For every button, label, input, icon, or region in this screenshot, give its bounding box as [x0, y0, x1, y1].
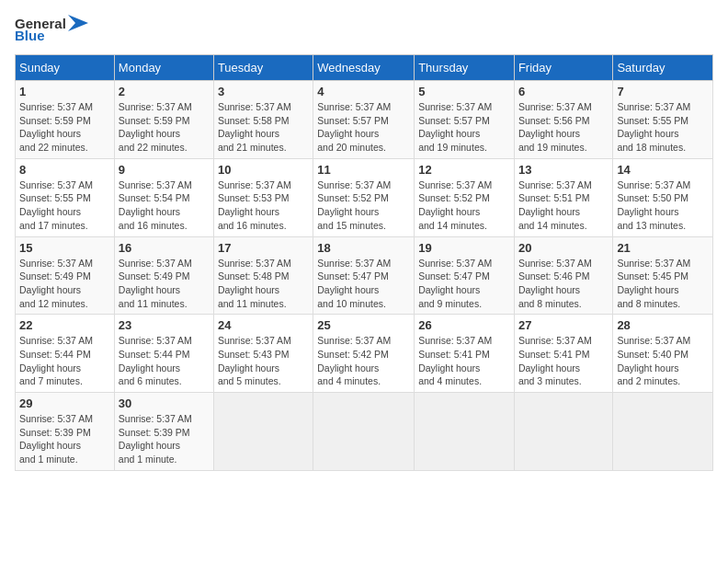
calendar-cell: 27 Sunrise: 5:37 AMSunset: 5:41 PMDaylig…: [514, 315, 612, 393]
day-info: Sunrise: 5:37 AMSunset: 5:49 PMDaylight …: [119, 257, 210, 311]
day-info: Sunrise: 5:37 AMSunset: 5:39 PMDaylight …: [19, 412, 110, 466]
day-number: 12: [418, 163, 510, 177]
weekday-header-thursday: Thursday: [415, 55, 515, 81]
day-info: Sunrise: 5:37 AMSunset: 5:47 PMDaylight …: [418, 257, 510, 311]
day-info: Sunrise: 5:37 AMSunset: 5:56 PMDaylight …: [518, 100, 609, 155]
day-info: Sunrise: 5:37 AMSunset: 5:41 PMDaylight …: [418, 334, 510, 388]
day-info: Sunrise: 5:37 AMSunset: 5:42 PMDaylight …: [317, 334, 410, 388]
calendar-cell: 9 Sunrise: 5:37 AMSunset: 5:54 PMDayligh…: [114, 158, 213, 236]
calendar-cell: 21 Sunrise: 5:37 AMSunset: 5:45 PMDaylig…: [613, 236, 713, 315]
day-number: 30: [119, 396, 210, 410]
day-number: 10: [218, 163, 309, 177]
day-info: Sunrise: 5:37 AMSunset: 5:59 PMDaylight …: [19, 100, 110, 155]
calendar-cell: 22 Sunrise: 5:37 AMSunset: 5:44 PMDaylig…: [16, 315, 115, 393]
calendar-week-4: 22 Sunrise: 5:37 AMSunset: 5:44 PMDaylig…: [16, 315, 713, 393]
calendar-cell: 14 Sunrise: 5:37 AMSunset: 5:50 PMDaylig…: [613, 158, 713, 236]
day-info: Sunrise: 5:37 AMSunset: 5:40 PMDaylight …: [617, 334, 709, 388]
day-info: Sunrise: 5:37 AMSunset: 5:43 PMDaylight …: [218, 334, 309, 388]
day-info: Sunrise: 5:37 AMSunset: 5:39 PMDaylight …: [119, 412, 210, 466]
day-info: Sunrise: 5:37 AMSunset: 5:55 PMDaylight …: [19, 178, 110, 233]
day-info: Sunrise: 5:37 AMSunset: 5:50 PMDaylight …: [617, 178, 709, 233]
day-info: Sunrise: 5:37 AMSunset: 5:57 PMDaylight …: [317, 100, 410, 155]
calendar-cell: 20 Sunrise: 5:37 AMSunset: 5:46 PMDaylig…: [514, 236, 612, 315]
calendar-cell: 8 Sunrise: 5:37 AMSunset: 5:55 PMDayligh…: [16, 158, 115, 236]
weekday-header-sunday: Sunday: [16, 55, 115, 81]
day-info: Sunrise: 5:37 AMSunset: 5:48 PMDaylight …: [218, 257, 309, 311]
day-info: Sunrise: 5:37 AMSunset: 5:44 PMDaylight …: [119, 334, 210, 388]
day-number: 6: [518, 85, 609, 98]
calendar-cell: 18 Sunrise: 5:37 AMSunset: 5:47 PMDaylig…: [313, 236, 415, 315]
calendar-header-row: SundayMondayTuesdayWednesdayThursdayFrid…: [16, 55, 713, 81]
day-number: 18: [317, 241, 410, 255]
weekday-header-wednesday: Wednesday: [313, 55, 415, 81]
calendar-cell: 1 Sunrise: 5:37 AMSunset: 5:59 PMDayligh…: [16, 81, 115, 159]
day-info: Sunrise: 5:37 AMSunset: 5:45 PMDaylight …: [617, 257, 709, 311]
day-number: 22: [19, 318, 110, 332]
day-number: 1: [19, 85, 110, 98]
calendar-week-1: 1 Sunrise: 5:37 AMSunset: 5:59 PMDayligh…: [16, 81, 713, 159]
day-info: Sunrise: 5:37 AMSunset: 5:47 PMDaylight …: [317, 257, 410, 311]
day-info: Sunrise: 5:37 AMSunset: 5:59 PMDaylight …: [119, 100, 210, 155]
weekday-header-monday: Monday: [114, 55, 213, 81]
calendar-cell: 25 Sunrise: 5:37 AMSunset: 5:42 PMDaylig…: [313, 315, 415, 393]
calendar-cell: 10 Sunrise: 5:37 AMSunset: 5:53 PMDaylig…: [213, 158, 313, 236]
weekday-header-friday: Friday: [514, 55, 612, 81]
calendar-cell: 6 Sunrise: 5:37 AMSunset: 5:56 PMDayligh…: [514, 81, 612, 159]
calendar-cell: 12 Sunrise: 5:37 AMSunset: 5:52 PMDaylig…: [415, 158, 515, 236]
day-number: 9: [119, 163, 210, 177]
day-info: Sunrise: 5:37 AMSunset: 5:49 PMDaylight …: [19, 257, 110, 311]
day-number: 19: [418, 241, 510, 255]
calendar-cell: 11 Sunrise: 5:37 AMSunset: 5:52 PMDaylig…: [313, 158, 415, 236]
calendar-cell: 30 Sunrise: 5:37 AMSunset: 5:39 PMDaylig…: [114, 393, 213, 471]
page-header: General Blue: [15, 15, 713, 43]
day-info: Sunrise: 5:37 AMSunset: 5:52 PMDaylight …: [418, 178, 510, 233]
day-number: 24: [218, 318, 309, 332]
day-info: Sunrise: 5:37 AMSunset: 5:53 PMDaylight …: [218, 178, 309, 233]
calendar-cell: 26 Sunrise: 5:37 AMSunset: 5:41 PMDaylig…: [415, 315, 515, 393]
day-info: Sunrise: 5:37 AMSunset: 5:44 PMDaylight …: [19, 334, 110, 388]
logo-blue: Blue: [15, 28, 45, 43]
logo: General Blue: [15, 15, 88, 43]
day-number: 17: [218, 241, 309, 255]
calendar-cell: 2 Sunrise: 5:37 AMSunset: 5:59 PMDayligh…: [114, 81, 213, 159]
calendar-cell: [415, 393, 515, 471]
weekday-header-saturday: Saturday: [613, 55, 713, 81]
calendar-cell: 28 Sunrise: 5:37 AMSunset: 5:40 PMDaylig…: [613, 315, 713, 393]
calendar-cell: 7 Sunrise: 5:37 AMSunset: 5:55 PMDayligh…: [613, 81, 713, 159]
calendar-cell: [213, 393, 313, 471]
day-info: Sunrise: 5:37 AMSunset: 5:52 PMDaylight …: [317, 178, 410, 233]
day-info: Sunrise: 5:37 AMSunset: 5:54 PMDaylight …: [119, 178, 210, 233]
day-number: 7: [617, 85, 709, 98]
day-info: Sunrise: 5:37 AMSunset: 5:51 PMDaylight …: [518, 178, 609, 233]
day-number: 5: [418, 85, 510, 98]
day-number: 14: [617, 163, 709, 177]
day-number: 3: [218, 85, 309, 98]
calendar-cell: 29 Sunrise: 5:37 AMSunset: 5:39 PMDaylig…: [16, 393, 115, 471]
day-number: 2: [119, 85, 210, 98]
day-number: 26: [418, 318, 510, 332]
calendar-cell: 15 Sunrise: 5:37 AMSunset: 5:49 PMDaylig…: [16, 236, 115, 315]
day-number: 27: [518, 318, 609, 332]
day-number: 4: [317, 85, 410, 98]
calendar-week-2: 8 Sunrise: 5:37 AMSunset: 5:55 PMDayligh…: [16, 158, 713, 236]
calendar-cell: 19 Sunrise: 5:37 AMSunset: 5:47 PMDaylig…: [415, 236, 515, 315]
day-number: 28: [617, 318, 709, 332]
day-number: 16: [119, 241, 210, 255]
calendar-cell: 17 Sunrise: 5:37 AMSunset: 5:48 PMDaylig…: [213, 236, 313, 315]
calendar-cell: 23 Sunrise: 5:37 AMSunset: 5:44 PMDaylig…: [114, 315, 213, 393]
day-number: 11: [317, 163, 410, 177]
calendar-cell: [514, 393, 612, 471]
calendar-cell: 4 Sunrise: 5:37 AMSunset: 5:57 PMDayligh…: [313, 81, 415, 159]
day-number: 8: [19, 163, 110, 177]
day-number: 23: [119, 318, 210, 332]
calendar-cell: 13 Sunrise: 5:37 AMSunset: 5:51 PMDaylig…: [514, 158, 612, 236]
calendar-cell: 24 Sunrise: 5:37 AMSunset: 5:43 PMDaylig…: [213, 315, 313, 393]
day-info: Sunrise: 5:37 AMSunset: 5:58 PMDaylight …: [218, 100, 309, 155]
day-number: 13: [518, 163, 609, 177]
calendar-cell: 5 Sunrise: 5:37 AMSunset: 5:57 PMDayligh…: [415, 81, 515, 159]
calendar-table: SundayMondayTuesdayWednesdayThursdayFrid…: [15, 54, 713, 471]
calendar-cell: [313, 393, 415, 471]
calendar-cell: [613, 393, 713, 471]
svg-marker-0: [68, 15, 88, 31]
logo-text-group: General Blue: [15, 15, 88, 43]
